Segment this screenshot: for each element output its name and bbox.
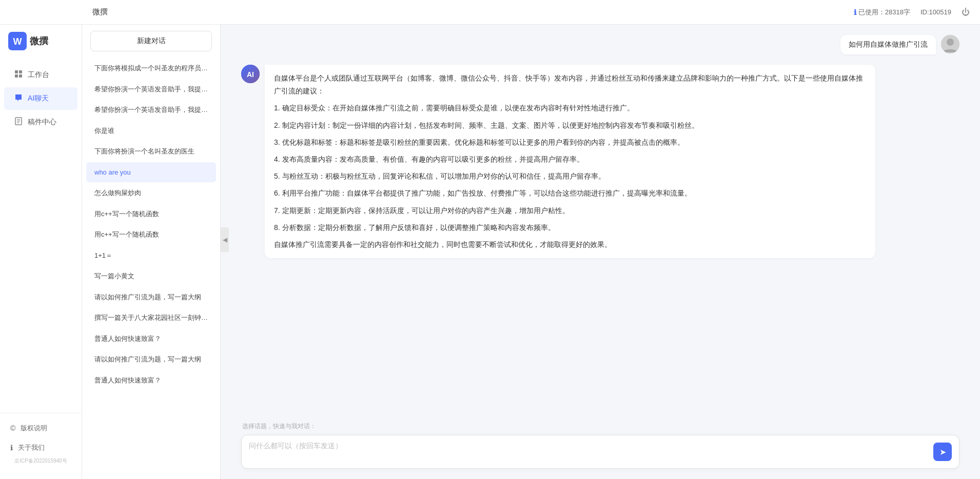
about-icon: ℹ: [10, 444, 13, 452]
svg-text:AI: AI: [247, 70, 254, 79]
icp-text: 京ICP备2022015940号: [0, 457, 82, 469]
usage-text: 已使用：28318字: [858, 8, 910, 17]
avatar: [941, 35, 959, 53]
input-area: 选择话题，快速与我对话： ➤: [221, 417, 980, 479]
quick-topics-label: 选择话题，快速与我对话：: [241, 422, 959, 431]
ai-response-paragraph: 1. 确定目标受众：在开始自媒体推广引流之前，需要明确目标受众是谁，以便在发布内…: [274, 102, 866, 114]
topbar: 微撰 ℹ 已使用：28318字 ID:100519 ⏻: [0, 0, 980, 25]
copyright-label: 版权说明: [21, 424, 47, 433]
logo-text: 微撰: [30, 35, 48, 47]
power-icon[interactable]: ⏻: [962, 8, 970, 17]
drafts-icon: [14, 117, 23, 127]
user-avatar-img: [941, 35, 959, 53]
ai-response-paragraph: 4. 发布高质量内容：发布高质量、有价值、有趣的内容可以吸引更多的粉丝，并提高用…: [274, 153, 866, 166]
user-bubble: 如何用自媒体做推广引流: [840, 35, 936, 54]
svg-text:W: W: [13, 36, 22, 47]
sidebar-item-drafts[interactable]: 稿件中心: [4, 111, 77, 133]
svg-rect-2: [15, 70, 18, 73]
main-chat: 如何用自媒体做推广引流: [221, 25, 980, 479]
history-item[interactable]: 下面你将扮演一个名叫圣友的医生: [86, 141, 216, 162]
history-item[interactable]: 怎么做狗屎炒肉: [86, 183, 216, 203]
logo-icon: W: [8, 32, 27, 50]
footer-about[interactable]: ℹ 关于我们: [0, 438, 82, 457]
ai-message: AI 自媒体平台是个人或团队通过互联网平台（如博客、微博、微信公众号、抖音、快手…: [241, 65, 959, 258]
history-item[interactable]: 普通人如何快速致富？: [86, 329, 216, 349]
chat-input[interactable]: [249, 440, 928, 463]
ai-response-paragraph: 自媒体平台是个人或团队通过互联网平台（如博客、微博、微信公众号、抖音、快手等）发…: [274, 72, 866, 98]
ai-response-paragraph: 6. 利用平台推广功能：自媒体平台都提供了推广功能，如广告投放、付费推广等，可以…: [274, 187, 866, 200]
history-item[interactable]: 请以如何推广引流为题，写一篇大纲: [86, 349, 216, 370]
ai-response-paragraph: 2. 制定内容计划：制定一份详细的内容计划，包括发布时间、频率、主题、文案、图片…: [274, 119, 866, 132]
history-item[interactable]: 下面你将模拟成一个叫圣友的程序员，我说...: [86, 58, 216, 79]
topbar-usage: ℹ 已使用：28318字: [854, 8, 910, 17]
topbar-title: 微撰: [92, 7, 854, 17]
ai-response-paragraph: 自媒体推广引流需要具备一定的内容创作和社交能力，同时也需要不断尝试和优化，才能取…: [274, 238, 866, 251]
history-item[interactable]: 用c++写一个随机函数: [86, 224, 216, 245]
ai-response-paragraph: 8. 分析数据：定期分析数据，了解用户反馈和喜好，以便调整推广策略和内容发布频率…: [274, 221, 866, 234]
collapse-panel-button[interactable]: ◀: [221, 227, 229, 252]
chat-icon: [14, 93, 23, 104]
history-item[interactable]: who are you: [86, 162, 216, 183]
ai-chat-label: AI聊天: [28, 94, 49, 103]
svg-rect-5: [19, 74, 22, 78]
sidebar-item-workspace[interactable]: 工作台: [4, 64, 77, 86]
history-item[interactable]: 1+1＝: [86, 245, 216, 266]
history-item[interactable]: 你是谁: [86, 121, 216, 141]
info-icon: ℹ: [854, 8, 856, 16]
workspace-icon: [14, 70, 23, 80]
history-item[interactable]: 希望你扮演一个英语发音助手，我提供给你...: [86, 79, 216, 100]
history-panel: 新建对话 下面你将模拟成一个叫圣友的程序员，我说...希望你扮演一个英语发音助手…: [82, 25, 221, 479]
ai-response-paragraph: 3. 优化标题和标签：标题和标签是吸引粉丝的重要因素。优化标题和标签可以让更多的…: [274, 136, 866, 149]
send-icon: ➤: [939, 447, 946, 457]
topbar-right: ℹ 已使用：28318字 ID:100519 ⏻: [854, 8, 970, 17]
history-item[interactable]: 用c++写一个随机函数: [86, 204, 216, 224]
copyright-icon: ©: [10, 424, 15, 432]
about-label: 关于我们: [18, 443, 45, 452]
sidebar: W 微撰 工作台 AI聊天 稿件中心: [0, 25, 82, 479]
workspace-label: 工作台: [28, 70, 49, 80]
history-item[interactable]: 写一篇小黄文: [86, 266, 216, 286]
drafts-label: 稿件中心: [28, 118, 56, 127]
ai-bubble: 自媒体平台是个人或团队通过互联网平台（如博客、微博、微信公众号、抖音、快手等）发…: [265, 65, 875, 258]
footer-copyright[interactable]: © 版权说明: [0, 418, 82, 438]
history-item[interactable]: 撰写一篇关于八大家花园社区一刻钟便民生...: [86, 308, 216, 328]
topbar-id: ID:100519: [920, 8, 951, 16]
svg-point-11: [947, 39, 954, 46]
ai-response-paragraph: 7. 定期更新：定期更新内容，保持活跃度，可以让用户对你的内容产生兴趣，增加用户…: [274, 204, 866, 217]
history-item[interactable]: 普通人如何快速致富？: [86, 370, 216, 391]
input-box-wrapper: ➤: [241, 435, 959, 469]
history-item[interactable]: 请以如何推广引流为题，写一篇大纲: [86, 287, 216, 308]
sidebar-item-ai-chat[interactable]: AI聊天: [4, 87, 77, 110]
new-chat-button[interactable]: 新建对话: [90, 31, 212, 51]
user-message: 如何用自媒体做推广引流: [241, 35, 959, 54]
sidebar-logo: W 微撰: [0, 25, 82, 58]
history-item[interactable]: 希望你扮演一个英语发音助手，我提供给你...: [86, 100, 216, 120]
ai-avatar: AI: [241, 65, 260, 83]
history-list: 下面你将模拟成一个叫圣友的程序员，我说...希望你扮演一个英语发音助手，我提供给…: [82, 58, 220, 401]
ai-response-paragraph: 5. 与粉丝互动：积极与粉丝互动，回复评论和私信，可以增加用户对你的认可和信任，…: [274, 170, 866, 183]
chat-messages: 如何用自媒体做推广引流: [221, 25, 980, 417]
send-button[interactable]: ➤: [933, 443, 952, 461]
sidebar-nav: 工作台 AI聊天 稿件中心: [0, 58, 82, 413]
svg-rect-3: [19, 70, 22, 73]
sidebar-footer: © 版权说明 ℹ 关于我们 京ICP备2022015940号: [0, 413, 82, 479]
svg-rect-4: [15, 74, 18, 78]
